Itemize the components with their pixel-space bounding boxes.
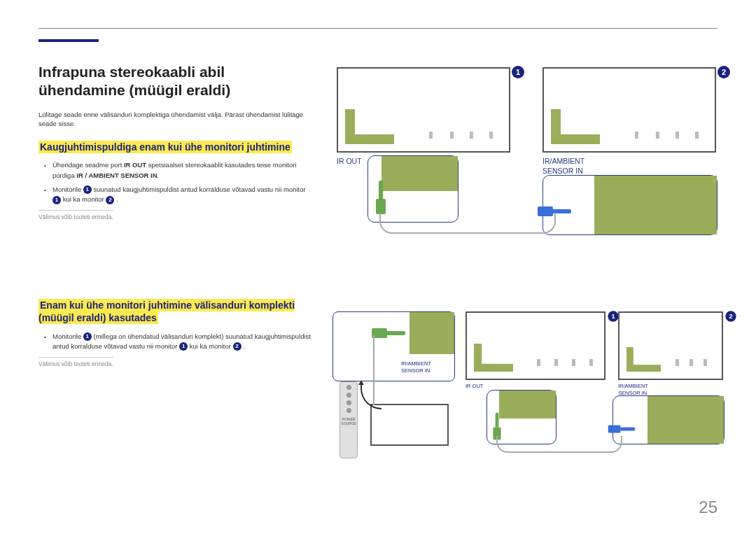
label-ir-ambient-tiny-a2: IR/AMBIENT bbox=[618, 383, 648, 389]
bold-ir-out: IR OUT bbox=[124, 161, 146, 169]
port-slot bbox=[470, 132, 473, 139]
remote-control-icon: POWER SOURCE bbox=[340, 381, 358, 458]
circled-2-icon: 2 bbox=[233, 342, 241, 351]
label-ir-ambient-tiny-b: SENSOR IN bbox=[401, 367, 430, 374]
port-slot bbox=[676, 359, 679, 366]
label-ir-ambient-a: IR/AMBIENT bbox=[542, 157, 584, 165]
circled-2-icon: 2 bbox=[106, 196, 114, 204]
intro-paragraph: Lülitage seade enne välisanduri komplekt… bbox=[38, 110, 312, 129]
callout-2-icon: 2 bbox=[718, 66, 730, 78]
port-slot bbox=[450, 132, 454, 139]
arrow-icon bbox=[360, 381, 382, 409]
port-slot bbox=[676, 132, 679, 139]
bullet-dot: • bbox=[44, 186, 46, 195]
green-audio-plug-icon bbox=[376, 181, 386, 214]
pcb-icon bbox=[626, 350, 646, 372]
port-slot bbox=[589, 359, 593, 366]
text: Monitorile bbox=[52, 185, 83, 193]
text: kui ka monitor bbox=[63, 195, 106, 203]
blue-audio-plug-icon bbox=[608, 425, 635, 433]
port-slot bbox=[635, 132, 638, 139]
text: kui ka monitor bbox=[190, 342, 233, 350]
stereo-cable bbox=[379, 213, 556, 234]
circled-1-icon: 1 bbox=[83, 332, 92, 341]
header-rule bbox=[38, 28, 718, 29]
port-slot bbox=[572, 359, 575, 366]
section2-heading: Enam kui ühe monitori juhtimine välisand… bbox=[38, 299, 295, 324]
sensor-cable bbox=[373, 335, 377, 405]
text: . bbox=[116, 195, 118, 203]
port-slot bbox=[690, 359, 693, 366]
port-slot bbox=[429, 132, 433, 139]
figure-1: 1 2 IR OUT IR/AMBIENT SENSOR IN bbox=[332, 63, 726, 238]
pcb-icon bbox=[551, 113, 579, 144]
port-slot bbox=[656, 132, 659, 139]
text: . bbox=[243, 342, 245, 350]
port-slot bbox=[695, 132, 699, 139]
text: suunatud kaugjuhtimispuldist antud korra… bbox=[93, 185, 305, 193]
section2-bullet-1: • Monitorile 1 (millega on ühendatud väl… bbox=[41, 332, 312, 352]
bold-ir-ambient: IR / AMBIENT SENSOR IN bbox=[76, 171, 157, 179]
section1-bullet-1: • Ühendage seadme port IR OUT spetsiaals… bbox=[41, 160, 312, 181]
section2-heading-wrap: Enam kui ühe monitori juhtimine välisand… bbox=[38, 299, 312, 324]
circled-1-icon: 1 bbox=[52, 196, 61, 204]
section2-footnote: Välimus võib tooteti erineda. bbox=[38, 357, 113, 367]
circled-1-icon: 1 bbox=[179, 342, 188, 351]
monitor-1-diagram bbox=[337, 67, 510, 153]
monitor-2-diagram bbox=[618, 311, 723, 380]
pcb-icon bbox=[474, 347, 496, 372]
callout-1-icon: 1 bbox=[608, 311, 618, 321]
section1-bullet-2: • Monitorile 1 suunatud kaugjuhtimispuld… bbox=[41, 185, 312, 205]
section2: Enam kui ühe monitori juhtimine välisand… bbox=[38, 299, 312, 369]
port-slot bbox=[489, 132, 493, 139]
pcb-block bbox=[410, 312, 454, 354]
label-ir-ambient-b: SENSOR IN bbox=[542, 167, 583, 175]
port-slot bbox=[554, 359, 558, 366]
callout-1-icon: 1 bbox=[512, 66, 524, 78]
port-slot bbox=[537, 359, 540, 366]
left-text-column: Infrapuna stereokaabli abil ühendamine (… bbox=[38, 63, 312, 369]
pcb-block bbox=[648, 396, 724, 444]
label-ir-out: IR OUT bbox=[337, 157, 362, 165]
monitor-1-diagram bbox=[465, 311, 606, 380]
bullet-dot: • bbox=[44, 333, 46, 342]
text: . bbox=[158, 171, 160, 179]
section1-footnote: Välimus võib tooteti erineda. bbox=[38, 210, 113, 220]
pcb-block bbox=[594, 176, 717, 234]
section2-bullets: • Monitorile 1 (millega on ühendatud väl… bbox=[38, 332, 312, 352]
header-accent bbox=[38, 39, 99, 42]
bullet-dot: • bbox=[44, 162, 46, 170]
text: Monitorile bbox=[52, 332, 83, 340]
label-ir-ambient-tiny-a: IR/AMBIENT bbox=[401, 360, 431, 367]
text: Ühendage seadme port bbox=[52, 161, 124, 169]
pcb-block bbox=[382, 156, 458, 191]
label-ir-out-tiny: IR OUT bbox=[465, 383, 483, 389]
remote-label-source: SOURCE bbox=[340, 421, 357, 426]
circled-1-icon: 1 bbox=[83, 185, 92, 194]
section1-heading: Kaugjuhtimispuldiga enam kui ühe monitor… bbox=[38, 141, 292, 153]
page-title: Infrapuna stereokaabli abil ühendamine (… bbox=[38, 63, 312, 100]
section1-bullets: • Ühendage seadme port IR OUT spetsiaals… bbox=[38, 160, 312, 204]
page-number: 25 bbox=[699, 498, 718, 517]
stereo-cable bbox=[496, 436, 622, 453]
monitor-2-diagram bbox=[542, 67, 716, 153]
callout-2-icon: 2 bbox=[725, 311, 736, 321]
port-slot bbox=[704, 359, 707, 366]
section1-heading-wrap: Kaugjuhtimispuldiga enam kui ühe monitor… bbox=[38, 141, 312, 153]
pcb-icon bbox=[345, 113, 373, 144]
figure-2: IR/AMBIENT SENSOR IN POWER SOURCE 1 IR O… bbox=[332, 311, 726, 458]
pcb-block bbox=[499, 391, 556, 419]
external-sensor-body bbox=[370, 404, 449, 446]
